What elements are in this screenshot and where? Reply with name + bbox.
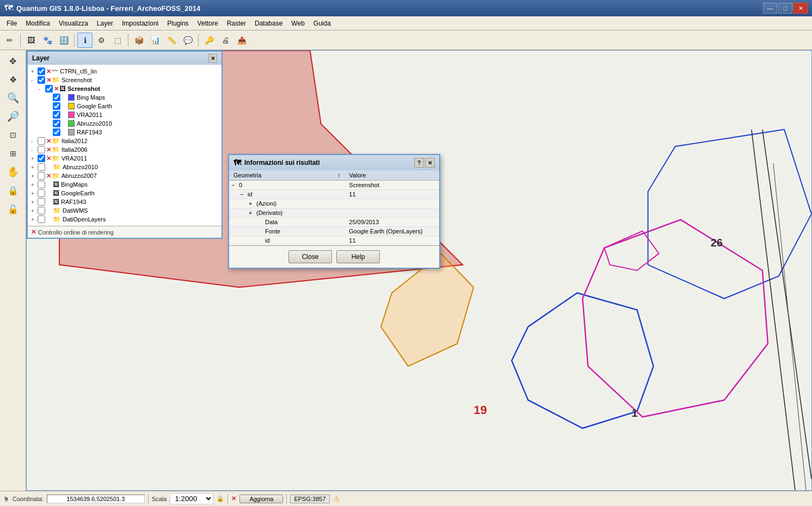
layer-expand-icon[interactable]: + (31, 208, 38, 214)
minimize-button[interactable]: — (763, 3, 777, 14)
menu-item-impostazioni[interactable]: Impostazioni (118, 18, 163, 28)
layer-checkbox[interactable] (38, 137, 45, 145)
layer-checkbox[interactable] (53, 102, 60, 110)
layer-row[interactable]: +📁DatiWMS (30, 206, 219, 215)
zoom-out-button[interactable]: 🔎 (4, 108, 22, 125)
layer-checkbox[interactable] (53, 128, 60, 136)
layer-expand-icon[interactable]: + (31, 199, 38, 205)
select-button[interactable]: ⬚ (110, 33, 125, 48)
unlock-button[interactable]: 🔓 (4, 200, 22, 218)
layer-checkbox[interactable] (38, 198, 45, 206)
info-help-btn[interactable]: Help (336, 250, 380, 263)
layer-checkbox[interactable] (38, 76, 45, 84)
layer-expand-icon[interactable]: - (39, 86, 45, 92)
layer-checkbox[interactable] (38, 146, 45, 153)
layer-row[interactable]: +🖼BingMaps (30, 180, 219, 189)
layer-row[interactable]: VRA2011 (30, 110, 219, 119)
layer-row[interactable]: -✕📁Italia2006 (30, 145, 219, 154)
layer-checkbox[interactable] (53, 94, 60, 101)
layer-expand-icon[interactable]: + (31, 156, 38, 162)
menu-item-vettore[interactable]: Vettore (193, 18, 223, 28)
export-button[interactable]: 📤 (234, 33, 249, 48)
layer-checkbox[interactable] (53, 120, 60, 127)
table-button[interactable]: 📊 (147, 33, 163, 48)
layer-row[interactable]: Abruzzo2010 (30, 119, 219, 128)
layer-checkbox[interactable] (45, 85, 53, 92)
layer-expand-icon[interactable]: - (31, 138, 38, 144)
zoom-layer-button[interactable]: ⊞ (4, 145, 22, 162)
menu-item-raster[interactable]: Raster (223, 18, 250, 28)
move-tool-button[interactable]: ✥ (4, 52, 22, 70)
menu-item-guida[interactable]: Guida (309, 18, 335, 28)
layer-checkbox[interactable] (38, 67, 45, 75)
lock-button[interactable]: 🔒 (4, 182, 22, 199)
menu-item-file[interactable]: File (2, 18, 21, 28)
layer-checkbox[interactable] (38, 163, 45, 171)
info-expand-icon[interactable]: − (231, 182, 239, 188)
layer-checkbox[interactable] (38, 215, 45, 223)
layer-expand-icon[interactable]: - (31, 147, 38, 153)
layer-checkbox[interactable] (38, 181, 45, 188)
edit-tool-button[interactable]: ✏ (2, 33, 17, 48)
layer-row[interactable]: Google Earth (30, 102, 219, 110)
measure-button[interactable]: 📏 (164, 33, 179, 48)
layer-checkbox[interactable] (38, 207, 45, 214)
menu-item-layer[interactable]: Layer (93, 18, 118, 28)
layer-row[interactable]: +🖼RAF1943 (30, 198, 219, 206)
epsg-badge[interactable]: EPSG:3857 (290, 495, 329, 503)
pan-button[interactable]: 🐾 (40, 33, 55, 48)
layer-row[interactable]: +📁Abruzzo2010 (30, 163, 219, 171)
key-button[interactable]: 🔑 (201, 33, 217, 48)
layer-checkbox[interactable] (53, 111, 60, 119)
menu-item-plugins[interactable]: Plugins (163, 18, 193, 28)
layer-row[interactable]: -✕🖼Screenshot (30, 84, 219, 93)
info-expand-icon[interactable]: + (249, 209, 256, 216)
info-help-button[interactable]: ? (414, 158, 424, 168)
map-canvas[interactable]: 11 19 26 1 Layer ✕ +✕〰CTRN_cl5_lin-✕📁Scr… (26, 50, 812, 491)
menu-item-modifica[interactable]: Modifica (21, 18, 54, 28)
layer-expand-icon[interactable]: + (31, 69, 38, 75)
layer-panel-header[interactable]: Layer ✕ (28, 52, 222, 65)
info-expand-icon[interactable]: + (249, 200, 256, 207)
print-button[interactable]: 🖨 (218, 33, 233, 48)
layer-row[interactable]: Bing Maps (30, 93, 219, 102)
settings-button[interactable]: ⚙ (94, 33, 109, 48)
layer-expand-icon[interactable]: + (31, 217, 38, 223)
zoom-extent-button[interactable]: ⊡ (4, 126, 22, 144)
layer-checkbox[interactable] (38, 172, 45, 180)
aggiorna-button[interactable]: Aggiorna (239, 495, 283, 503)
layer-row[interactable]: +✕📁Abruzzo2007 (30, 171, 219, 180)
identify-button[interactable]: ℹ (77, 33, 93, 48)
layer-row[interactable]: -✕📁Screenshot (30, 76, 219, 84)
layer-expand-icon[interactable]: - (31, 77, 38, 83)
layer-panel-close-button[interactable]: ✕ (208, 54, 217, 63)
zoom-in-button[interactable]: 🔍 (4, 89, 22, 107)
layer-row[interactable]: -✕📁Italia2012 (30, 137, 219, 145)
info-close-button[interactable]: Close (288, 250, 332, 263)
scale-select[interactable]: 1:2000 1:5000 1:10000 (170, 493, 213, 504)
open-project-button[interactable]: 🖼 (23, 33, 39, 48)
info-close-x-button[interactable]: ✕ (425, 158, 435, 168)
layer-expand-icon[interactable]: + (31, 173, 38, 179)
menu-item-database[interactable]: Database (250, 18, 287, 28)
layer-row[interactable]: +📁DatiOpenLayers (30, 215, 219, 224)
menu-item-visualizza[interactable]: Visualizza (54, 18, 93, 28)
pan-tool-button[interactable]: ✋ (4, 163, 22, 181)
select-all-button[interactable]: ❖ (4, 71, 22, 88)
layer-expand-icon[interactable]: + (31, 164, 38, 170)
maximize-button[interactable]: □ (778, 3, 792, 14)
menu-item-web[interactable]: Web (287, 18, 309, 28)
layer-row[interactable]: +✕〰CTRN_cl5_lin (30, 67, 219, 76)
box-tool-button[interactable]: 📦 (131, 33, 146, 48)
layer-checkbox[interactable] (38, 155, 45, 162)
info-expand-icon[interactable]: − (240, 191, 248, 198)
label-button[interactable]: 🔠 (56, 33, 71, 48)
layer-row[interactable]: +🖼GoogleEarth (30, 189, 219, 198)
layer-checkbox[interactable] (38, 189, 45, 197)
layer-row[interactable]: +✕📁VRA2011 (30, 154, 219, 163)
layer-expand-icon[interactable]: + (31, 190, 38, 196)
info-dialog-header[interactable]: 🗺 Informazioni sui risultati ? ✕ (229, 155, 439, 170)
layer-row[interactable]: RAF1943 (30, 128, 219, 137)
layer-tree[interactable]: +✕〰CTRN_cl5_lin-✕📁Screenshot-✕🖼Screensho… (28, 65, 222, 226)
close-button[interactable]: ✕ (793, 3, 808, 14)
